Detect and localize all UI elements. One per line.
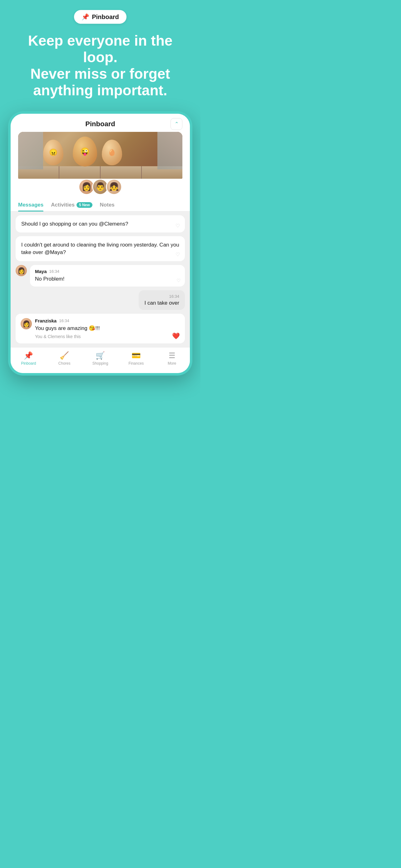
pin-icon: 📌 — [81, 13, 89, 21]
collapse-button[interactable]: ⌃ — [170, 118, 182, 130]
maya-text: No Problem! — [35, 275, 180, 283]
franziska-text: You guys are amazing 😘!!! — [35, 324, 180, 332]
cover-image: 😠 😜 🥚 — [18, 132, 182, 182]
app-badge-text: Pinboard — [92, 13, 119, 21]
hero-headline: Keep everyone in the loop. Never miss or… — [12, 32, 188, 99]
franziska-avatar: 👩 — [21, 318, 32, 329]
message-bubble-2: I couldn't get around to cleaning the li… — [15, 236, 185, 261]
more-nav-icon: ☰ — [169, 351, 175, 360]
sent-time: 16:34 — [144, 294, 179, 299]
message-maya: 👩 Maya 16:34 No Problem! ♡ — [15, 265, 185, 286]
nav-more[interactable]: ☰ More — [154, 351, 190, 366]
nav-pinboard-label: Pinboard — [21, 361, 36, 366]
shopping-nav-icon: 🛒 — [96, 351, 105, 360]
message-text-1: Should I go shopping or can you @Clemens… — [21, 221, 128, 227]
sent-message-wrapper: 16:34 I can take over — [15, 290, 185, 310]
maya-time: 16:34 — [49, 269, 60, 274]
franziska-likes: You & Clemens like this — [35, 334, 180, 339]
franziska-time: 16:34 — [59, 318, 69, 323]
heart-icon-2[interactable]: ♡ — [175, 251, 180, 257]
message-text-2: I couldn't get around to cleaning the li… — [21, 242, 179, 255]
maya-name: Maya — [35, 269, 47, 274]
maya-bubble: Maya 16:34 No Problem! ♡ — [30, 265, 185, 286]
tab-activities[interactable]: Activities 5 New — [51, 199, 92, 211]
sent-text: I can take over — [144, 300, 179, 306]
pinboard-nav-icon: 📌 — [24, 351, 33, 360]
cover-image-section: 😠 😜 🥚 — [11, 132, 190, 186]
phone-title: Pinboard — [85, 120, 115, 128]
franziska-name: Franziska — [35, 318, 57, 323]
phone-header: Pinboard ⌃ — [11, 114, 190, 132]
maya-avatar: 👩 — [15, 265, 27, 276]
finances-nav-icon: 💳 — [132, 351, 141, 360]
tab-bar: Messages Activities 5 New Notes — [11, 197, 190, 212]
avatar-group: 👩 👨 👧 — [11, 179, 190, 197]
messages-list: Should I go shopping or can you @Clemens… — [11, 212, 190, 347]
nav-chores[interactable]: 🧹 Chores — [46, 351, 82, 366]
maya-heart-icon[interactable]: ♡ — [176, 278, 180, 283]
phone-screen: Pinboard ⌃ — [11, 114, 190, 373]
message-franziska: 👩 Franziska 16:34 You guys are amazing 😘… — [15, 314, 185, 343]
sent-bubble: 16:34 I can take over — [139, 290, 185, 310]
nav-shopping[interactable]: 🛒 Shopping — [82, 351, 119, 366]
hero-section: Keep everyone in the loop. Never miss or… — [0, 32, 201, 99]
phone-mockup: Pinboard ⌃ — [8, 111, 192, 376]
tab-messages[interactable]: Messages — [18, 199, 43, 211]
nav-more-label: More — [168, 361, 176, 366]
nav-finances[interactable]: 💳 Finances — [118, 351, 154, 366]
avatar-3: 👧 — [106, 179, 122, 195]
message-bubble-1: Should I go shopping or can you @Clemens… — [15, 215, 185, 233]
nav-pinboard[interactable]: 📌 Pinboard — [11, 351, 46, 366]
heart-icon-1[interactable]: ♡ — [175, 223, 180, 229]
tab-notes[interactable]: Notes — [100, 199, 114, 211]
chores-nav-icon: 🧹 — [60, 351, 69, 360]
bottom-nav: 📌 Pinboard 🧹 Chores 🛒 Shopping 💳 Finance… — [11, 347, 190, 373]
nav-chores-label: Chores — [58, 361, 71, 366]
nav-finances-label: Finances — [128, 361, 144, 366]
activities-badge: 5 New — [76, 202, 93, 208]
nav-shopping-label: Shopping — [93, 361, 108, 366]
franziska-heart-icon[interactable]: ❤️ — [172, 332, 180, 340]
app-badge: 📌 Pinboard — [74, 10, 127, 24]
